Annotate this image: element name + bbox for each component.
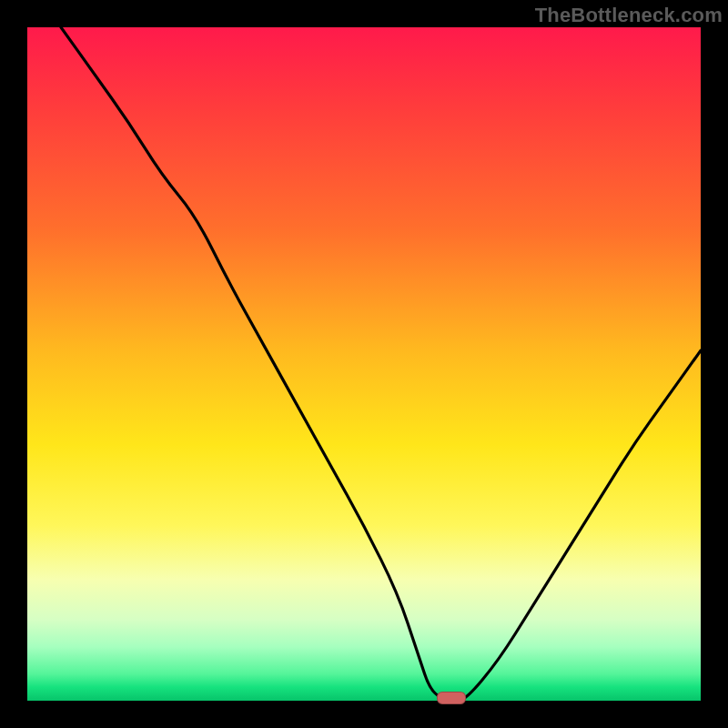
attribution-label: TheBottleneck.com xyxy=(535,4,723,27)
curve-path xyxy=(61,27,701,701)
bottleneck-curve xyxy=(27,27,701,701)
plot-area xyxy=(27,27,701,701)
minimum-marker xyxy=(437,692,466,704)
chart-frame: TheBottleneck.com xyxy=(0,0,728,728)
